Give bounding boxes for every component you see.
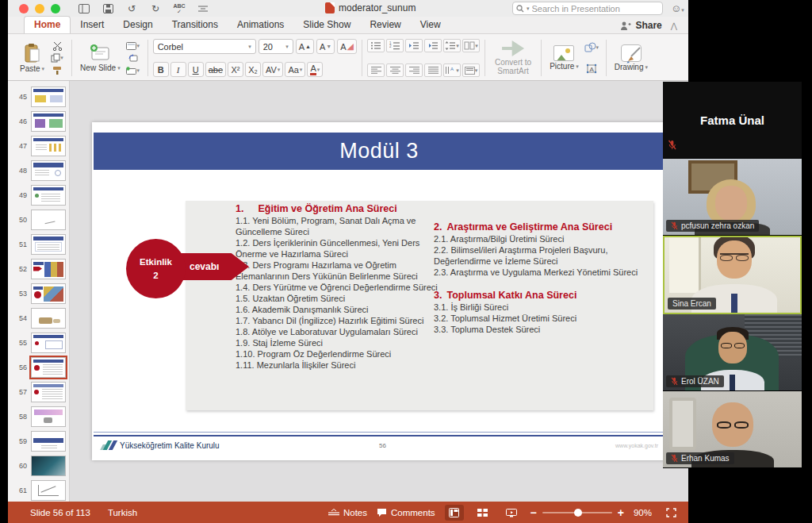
text-box-icon[interactable]: A — [584, 63, 599, 75]
zoom-out-button[interactable]: − — [530, 506, 537, 519]
zoom-slider-track[interactable] — [542, 512, 612, 513]
slide-thumbnail-55[interactable] — [31, 333, 66, 353]
strikethrough-button[interactable]: abe — [205, 62, 226, 77]
increase-font-button[interactable]: A▲ — [296, 39, 314, 54]
slide-thumbnail-47[interactable] — [31, 136, 66, 156]
slide-thumbnail-52[interactable] — [31, 259, 66, 279]
slide-thumbnail-48[interactable] — [31, 160, 66, 181]
font-name-select[interactable]: Corbel▾ — [153, 39, 256, 54]
markup-options-icon[interactable] — [197, 3, 209, 14]
zoom-slider-knob[interactable] — [574, 509, 582, 517]
font-color-button[interactable]: A▾ — [307, 62, 323, 77]
participant-tile-sina-ercan[interactable]: Sina Ercan — [663, 236, 802, 315]
change-case-button[interactable]: Aa▾ — [285, 62, 305, 77]
slide-thumbnail-51[interactable] — [31, 234, 66, 255]
slide-thumbnail-45[interactable] — [31, 87, 66, 107]
search-input[interactable] — [532, 4, 659, 13]
shapes-icon[interactable]: ▾ — [584, 41, 599, 53]
notes-toggle[interactable]: Notes — [328, 508, 367, 517]
copy-icon[interactable]: ▾ — [49, 52, 65, 64]
align-left-button[interactable] — [367, 63, 385, 77]
increase-indent-button[interactable] — [424, 39, 442, 52]
collapse-ribbon-icon[interactable]: ⋀ — [671, 21, 677, 30]
tab-insert[interactable]: Insert — [71, 17, 113, 33]
slide-thumbnail-60[interactable] — [31, 456, 66, 476]
slide-thumbnail-54[interactable] — [31, 308, 66, 329]
fullscreen-window-button[interactable] — [51, 4, 60, 13]
picture-button[interactable]: Picture▾ — [546, 44, 582, 71]
slide-thumbnail-53[interactable] — [31, 283, 66, 304]
zoom-slider[interactable]: − + — [530, 506, 624, 519]
participant-tile-erhan-kumas[interactable]: Erhan Kumas — [663, 391, 802, 468]
tab-design[interactable]: Design — [113, 17, 162, 33]
slide-56[interactable]: Modül 3 Etkinlik 2 cevabı 1.Eğitim ve Öğ… — [92, 122, 666, 460]
justify-button[interactable] — [424, 63, 442, 77]
slide-thumbnail-57[interactable] — [31, 382, 66, 402]
tab-review[interactable]: Review — [360, 17, 410, 33]
slide-thumbnail-58[interactable] — [31, 406, 66, 427]
search-scope-chevron-icon[interactable]: ▾ — [527, 6, 530, 12]
slide-thumbnail-59[interactable] — [31, 431, 66, 452]
tab-view[interactable]: View — [411, 17, 450, 33]
close-window-button[interactable] — [19, 4, 29, 13]
decrease-indent-button[interactable] — [405, 39, 423, 52]
align-text-button[interactable]: ▾ — [462, 63, 480, 77]
bold-button[interactable]: B — [153, 62, 169, 77]
convert-to-smartart-button[interactable]: Convert to SmartArt — [490, 40, 536, 75]
redo-icon[interactable]: ↻ — [149, 3, 162, 14]
underline-button[interactable]: U — [188, 62, 204, 77]
drawing-button[interactable]: Drawing▾ — [611, 44, 651, 72]
italic-button[interactable]: I — [170, 62, 186, 77]
slide-sorter-view-button[interactable] — [473, 505, 492, 521]
slide-thumbnail-56-selected[interactable] — [31, 357, 66, 378]
tab-animations[interactable]: Animations — [228, 17, 293, 33]
numbering-button[interactable]: 12 — [386, 39, 404, 52]
language-indicator[interactable]: Turkish — [108, 508, 137, 517]
slide-layout-icon[interactable]: ▾ — [125, 40, 141, 52]
superscript-button[interactable]: X² — [228, 62, 243, 77]
columns-button[interactable]: ▾ — [462, 39, 480, 52]
fit-slide-button[interactable] — [661, 505, 680, 521]
minimize-window-button[interactable] — [35, 4, 44, 13]
participant-tile-pcfusun-zehra-ozkan[interactable]: pcfusun zehra ozkan — [663, 159, 802, 236]
participant-tile-fatma-unal[interactable]: Fatma Ünal — [663, 82, 802, 159]
subscript-button[interactable]: X₂ — [245, 62, 261, 77]
slide-title-banner[interactable]: Modül 3 — [94, 133, 665, 170]
bullets-button[interactable] — [367, 39, 385, 52]
toggle-sidebar-icon[interactable] — [78, 3, 90, 14]
spellcheck-icon[interactable]: ABC✓ — [173, 3, 186, 14]
insert-group: Picture▾ ▾ A — [542, 37, 605, 79]
zoom-in-button[interactable]: + — [618, 506, 624, 519]
slide-thumbnail-46[interactable] — [31, 111, 66, 132]
new-slide-button[interactable]: New Slide▾ — [77, 43, 124, 73]
normal-view-button[interactable] — [445, 505, 464, 521]
slide-thumbnail-49[interactable] — [31, 185, 66, 206]
clear-formatting-button[interactable]: A◢ — [337, 39, 357, 54]
section-icon[interactable]: ▾ — [125, 64, 141, 76]
align-center-button[interactable] — [386, 63, 404, 77]
comments-toggle[interactable]: Comments — [377, 508, 435, 517]
undo-icon[interactable]: ↺ — [125, 3, 138, 14]
tab-home[interactable]: Home — [24, 16, 71, 33]
font-size-select[interactable]: 20▾ — [259, 39, 293, 54]
zoom-level[interactable]: 90% — [634, 508, 652, 517]
paste-button[interactable]: Paste▾ — [17, 42, 48, 74]
slide-thumbnail-61[interactable] — [31, 480, 66, 501]
slide-thumbnail-50[interactable] — [31, 210, 66, 230]
reset-layout-icon[interactable] — [125, 52, 141, 64]
tab-slide-show[interactable]: Slide Show — [293, 17, 360, 33]
text-direction-button[interactable]: A▾ — [443, 63, 461, 77]
decrease-font-button[interactable]: A▼ — [316, 39, 335, 54]
align-right-button[interactable] — [405, 63, 423, 77]
slideshow-view-button[interactable] — [502, 505, 521, 521]
tab-transitions[interactable]: Transitions — [163, 17, 228, 33]
format-painter-icon[interactable] — [49, 64, 65, 76]
share-button[interactable]: Share ⋀ — [620, 20, 677, 31]
search-box[interactable]: ▾ — [512, 2, 663, 15]
save-icon[interactable] — [102, 3, 114, 14]
cut-icon[interactable] — [49, 40, 65, 52]
character-spacing-button[interactable]: AV▾ — [262, 62, 283, 77]
line-spacing-button[interactable]: ▾ — [443, 39, 461, 52]
participant-tile-erol-uzan[interactable]: Erol ÜZAN — [663, 314, 802, 391]
feedback-smiley-icon[interactable]: ☺▾ — [671, 2, 684, 14]
